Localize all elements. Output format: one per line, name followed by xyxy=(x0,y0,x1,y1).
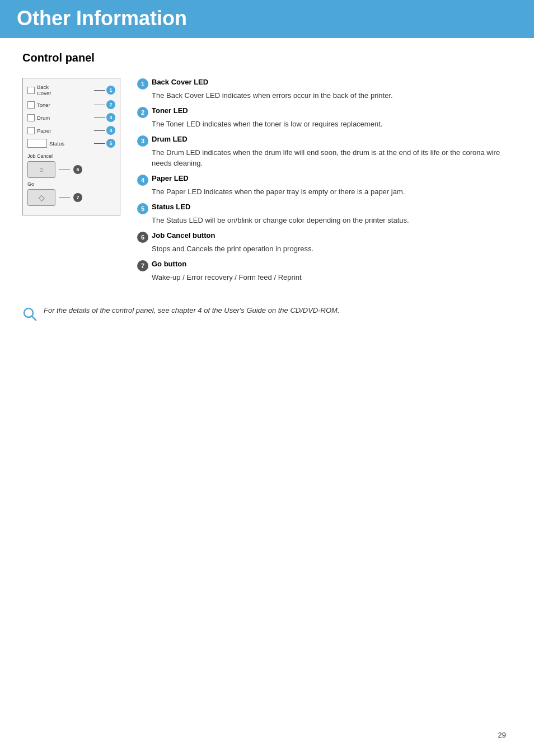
callout-2: 2 xyxy=(106,100,115,109)
desc-item-6: 6 Job Cancel button Stops and Cancels th… xyxy=(137,231,512,254)
desc-item-5: 5 Status LED The Status LED will be on/b… xyxy=(137,203,512,226)
job-cancel-icon: ○ xyxy=(39,165,44,174)
go-label: Go xyxy=(27,181,115,187)
desc-text-1: The Back Cover LED indicates when errors… xyxy=(152,91,512,101)
back-cover-label: BackCover xyxy=(37,84,93,96)
back-cover-led-indicator xyxy=(27,87,35,94)
badge-5: 5 xyxy=(137,203,148,214)
desc-text-6: Stops and Cancels the print operation in… xyxy=(152,244,512,254)
desc-title-7: Go button xyxy=(152,260,186,268)
badge-7: 7 xyxy=(137,260,148,271)
dash-6 xyxy=(59,170,70,170)
toner-led-indicator xyxy=(27,101,35,109)
callout-4: 4 xyxy=(106,126,115,135)
desc-header-5: 5 Status LED xyxy=(137,203,512,214)
drum-label: Drum xyxy=(37,115,93,121)
dash-5 xyxy=(94,143,105,144)
badge-6: 6 xyxy=(137,232,148,243)
job-cancel-row: ○ 6 xyxy=(27,161,115,178)
go-icon: ◇ xyxy=(39,193,45,202)
paper-label: Paper xyxy=(37,128,93,134)
desc-title-5: Status LED xyxy=(152,203,190,211)
badge-4: 4 xyxy=(137,175,148,186)
desc-text-4: The Paper LED indicates when the paper t… xyxy=(152,187,512,197)
section-title: Control panel xyxy=(22,51,512,64)
desc-title-3: Drum LED xyxy=(152,135,188,143)
callout-5: 5 xyxy=(106,139,115,148)
printer-diagram: BackCover 1 Toner 2 Drum 3 Paper 4 xyxy=(22,78,120,215)
go-button-diagram: ◇ xyxy=(27,189,55,206)
desc-header-4: 4 Paper LED xyxy=(137,174,512,186)
job-cancel-button-diagram: ○ xyxy=(27,161,55,178)
desc-text-2: The Toner LED indicates when the toner i… xyxy=(152,119,512,129)
svg-line-1 xyxy=(32,316,36,320)
diagram-row-3: Drum 3 xyxy=(27,113,115,122)
desc-header-1: 1 Back Cover LED xyxy=(137,78,512,90)
desc-item-7: 7 Go button Wake-up / Error recovery / F… xyxy=(137,260,512,283)
desc-text-5: The Status LED will be on/blink or chang… xyxy=(152,215,512,226)
paper-led-indicator xyxy=(27,127,35,134)
desc-title-2: Toner LED xyxy=(152,106,188,115)
badge-3: 3 xyxy=(137,135,148,147)
go-row: ◇ 7 xyxy=(27,189,115,206)
status-led-indicator xyxy=(27,139,47,148)
desc-header-2: 2 Toner LED xyxy=(137,106,512,118)
page-title: Other Information xyxy=(17,7,517,30)
buttons-section: Job Cancel ○ 6 Go ◇ 7 xyxy=(27,153,115,206)
page-content: Control panel BackCover 1 Toner 2 Drum xyxy=(0,51,534,347)
diagram-row-1: BackCover 1 xyxy=(27,84,115,96)
note-section: For the details of the control panel, se… xyxy=(22,306,512,325)
diagram-row-5: Status 5 xyxy=(27,139,115,148)
desc-item-4: 4 Paper LED The Paper LED indicates when… xyxy=(137,174,512,197)
desc-header-6: 6 Job Cancel button xyxy=(137,231,512,243)
desc-text-7: Wake-up / Error recovery / Form feed / R… xyxy=(152,273,512,283)
dash-4 xyxy=(94,130,105,131)
status-label: Status xyxy=(49,140,93,147)
desc-title-6: Job Cancel button xyxy=(152,231,215,240)
callout-7: 7 xyxy=(73,193,82,202)
page-number: 29 xyxy=(498,731,506,739)
desc-item-3: 3 Drum LED The Drum LED indicates when t… xyxy=(137,135,512,168)
callout-6: 6 xyxy=(73,165,82,174)
control-panel-layout: BackCover 1 Toner 2 Drum 3 Paper 4 xyxy=(22,78,512,289)
job-cancel-label: Job Cancel xyxy=(27,153,115,159)
desc-text-3: The Drum LED indicates when the drum lif… xyxy=(152,148,512,168)
desc-item-2: 2 Toner LED The Toner LED indicates when… xyxy=(137,106,512,129)
desc-header-7: 7 Go button xyxy=(137,260,512,271)
dash-2 xyxy=(94,105,105,105)
badge-1: 1 xyxy=(137,78,148,90)
callout-3: 3 xyxy=(106,113,115,122)
callout-1: 1 xyxy=(106,86,115,95)
dash-3 xyxy=(94,118,105,118)
desc-title-4: Paper LED xyxy=(152,174,189,182)
toner-label: Toner xyxy=(37,102,93,108)
note-text: For the details of the control panel, se… xyxy=(44,306,340,316)
drum-led-indicator xyxy=(27,114,35,121)
desc-header-3: 3 Drum LED xyxy=(137,135,512,147)
badge-2: 2 xyxy=(137,107,148,118)
descriptions-panel: 1 Back Cover LED The Back Cover LED indi… xyxy=(137,78,512,289)
diagram-row-2: Toner 2 xyxy=(27,100,115,109)
dash-7 xyxy=(59,198,70,198)
desc-title-1: Back Cover LED xyxy=(152,78,208,86)
diagram-row-4: Paper 4 xyxy=(27,126,115,135)
magnify-icon xyxy=(22,307,37,325)
dash-1 xyxy=(94,90,105,91)
desc-item-1: 1 Back Cover LED The Back Cover LED indi… xyxy=(137,78,512,101)
page-header: Other Information xyxy=(0,0,534,38)
